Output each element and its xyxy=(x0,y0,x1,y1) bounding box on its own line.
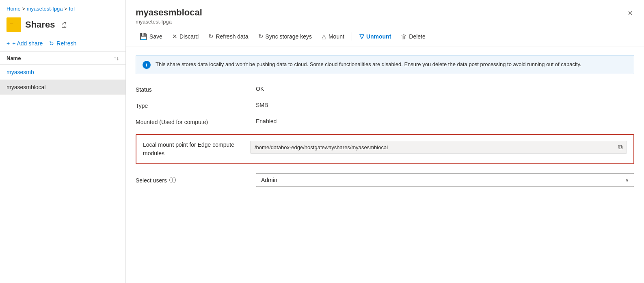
mount-point-row: Local mount point for Edge compute modul… xyxy=(143,141,627,158)
toolbar-separator xyxy=(352,32,352,41)
mount-icon: △ xyxy=(322,33,326,40)
breadcrumb: Home > myasetest-fpga > IoT xyxy=(0,0,125,15)
page-title: Shares xyxy=(25,19,55,30)
save-icon: 💾 xyxy=(140,33,147,40)
delete-button[interactable]: 🗑 Delete xyxy=(397,31,429,43)
mounted-label: Mounted (Used for compute) xyxy=(136,118,249,125)
action-toolbar: 💾 Save ✕ Discard ↻ Refresh data ↻ Sync s… xyxy=(126,26,644,47)
refresh-data-button[interactable]: ↻ Refresh data xyxy=(204,30,252,43)
unmount-icon: ▽ xyxy=(359,33,364,40)
shares-list: myasesmb myasesmblocal xyxy=(0,65,125,283)
mount-label: Mount xyxy=(328,33,344,40)
type-field-row: Type SMB xyxy=(136,102,634,109)
discard-icon: ✕ xyxy=(172,33,177,40)
detail-title-block: myasesmblocal myasetest-fpga xyxy=(136,7,202,25)
status-value: OK xyxy=(256,86,264,92)
save-label: Save xyxy=(149,33,162,40)
breadcrumb-home[interactable]: Home xyxy=(6,6,21,12)
discard-label: Discard xyxy=(179,33,199,40)
shares-header: Shares 🖨 xyxy=(0,15,125,37)
status-field-row: Status OK xyxy=(136,86,634,93)
list-item[interactable]: myasesmblocal xyxy=(0,80,125,95)
status-label: Status xyxy=(136,86,249,93)
mounted-field-row: Mounted (Used for compute) Enabled xyxy=(136,118,634,125)
refresh-label: Refresh xyxy=(56,40,76,47)
select-users-label: Select users xyxy=(136,176,167,184)
select-users-row: Select users i Admin ∨ xyxy=(136,173,634,187)
detail-header: myasesmblocal myasetest-fpga × xyxy=(126,0,644,26)
mounted-value: Enabled xyxy=(256,118,277,124)
sync-label: Sync storage keys xyxy=(266,33,312,40)
breadcrumb-sep2: > xyxy=(65,6,67,12)
left-toolbar: + + Add share ↻ Refresh xyxy=(0,37,125,51)
list-header: Name ↑↓ xyxy=(0,51,125,65)
detail-title: myasesmblocal xyxy=(136,7,202,18)
sort-icon[interactable]: ↑↓ xyxy=(114,55,119,61)
type-value: SMB xyxy=(256,102,268,108)
type-label: Type xyxy=(136,102,249,109)
select-users-label-wrap: Select users i xyxy=(136,176,249,184)
sync-icon: ↻ xyxy=(258,33,264,40)
save-button[interactable]: 💾 Save xyxy=(136,30,166,43)
info-banner: i This share stores data locally and won… xyxy=(136,55,634,74)
sync-storage-keys-button[interactable]: ↻ Sync storage keys xyxy=(254,30,316,43)
breadcrumb-sep1: > xyxy=(22,6,25,12)
shares-folder-icon xyxy=(6,17,21,32)
info-letter: i xyxy=(146,62,147,68)
detail-subtitle: myasetest-fpga xyxy=(136,19,202,25)
select-users-info-icon[interactable]: i xyxy=(169,177,176,183)
list-item[interactable]: myasesmb xyxy=(0,65,125,80)
mount-point-box: Local mount point for Edge compute modul… xyxy=(136,134,634,164)
breadcrumb-device[interactable]: myasetest-fpga xyxy=(27,6,63,12)
refresh-button[interactable]: ↻ Refresh xyxy=(49,40,76,47)
select-users-dropdown[interactable]: Admin ∨ xyxy=(256,173,634,187)
copy-icon[interactable]: ⧉ xyxy=(618,144,622,151)
name-column-header: Name xyxy=(6,55,21,61)
refresh-icon: ↻ xyxy=(49,40,54,47)
info-banner-text: This share stores data locally and won't… xyxy=(156,60,581,69)
mount-point-label: Local mount point for Edge compute modul… xyxy=(143,141,244,158)
print-icon[interactable]: 🖨 xyxy=(61,21,68,29)
right-panel: myasesmblocal myasetest-fpga × 💾 Save ✕ … xyxy=(126,0,644,283)
delete-icon: 🗑 xyxy=(401,33,407,40)
breadcrumb-section[interactable]: IoT xyxy=(69,6,77,12)
unmount-button[interactable]: ▽ Unmount xyxy=(355,30,395,43)
add-share-button[interactable]: + + Add share xyxy=(6,40,43,47)
select-users-value: Admin xyxy=(261,177,277,183)
mount-button[interactable]: △ Mount xyxy=(318,30,348,43)
chevron-down-icon: ∨ xyxy=(625,177,629,183)
info-banner-icon: i xyxy=(143,61,151,69)
refresh-data-label: Refresh data xyxy=(216,33,248,40)
left-panel: Home > myasetest-fpga > IoT Shares 🖨 + +… xyxy=(0,0,126,283)
close-button[interactable]: × xyxy=(626,7,634,19)
unmount-label: Unmount xyxy=(366,33,391,40)
svg-rect-0 xyxy=(10,23,18,28)
refresh-data-icon: ↻ xyxy=(208,33,214,40)
add-share-label: + Add share xyxy=(12,40,43,47)
discard-button[interactable]: ✕ Discard xyxy=(168,30,203,43)
mount-point-value: /home/databox-edge/hostgatewayshares/mya… xyxy=(255,144,615,150)
mount-point-input-wrap: /home/databox-edge/hostgatewayshares/mya… xyxy=(250,141,627,154)
detail-content: i This share stores data locally and won… xyxy=(126,47,644,283)
plus-icon: + xyxy=(6,40,10,47)
delete-label: Delete xyxy=(409,33,425,40)
